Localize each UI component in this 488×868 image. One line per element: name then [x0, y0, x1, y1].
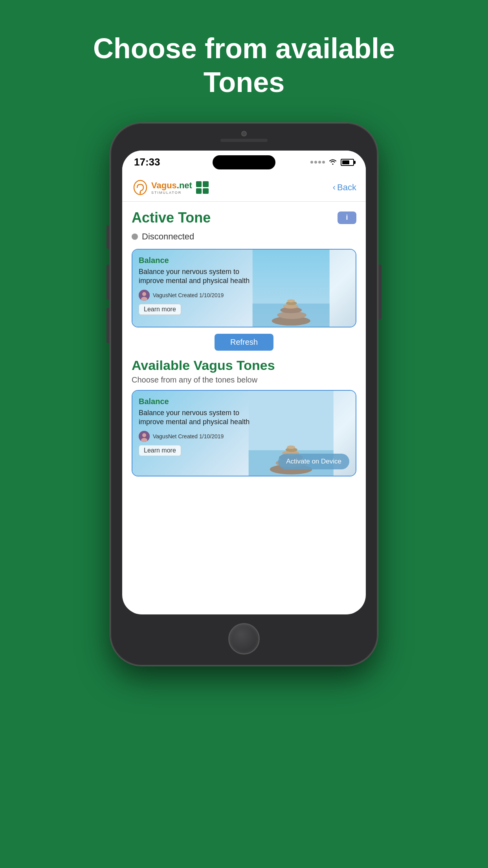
power-button: [378, 265, 382, 320]
info-icon: i: [346, 213, 348, 222]
logo-grid-icon: [196, 181, 209, 194]
card-label-2: Balance: [139, 397, 349, 406]
card-label: Balance: [139, 256, 349, 265]
card-description-2: Balance your nervous system to improve m…: [139, 408, 255, 427]
status-dot: [132, 234, 138, 240]
svg-point-22: [142, 433, 146, 437]
available-tones-title: Available Vagus Tones: [132, 358, 356, 373]
info-badge[interactable]: i: [338, 211, 356, 224]
author-avatar: [139, 290, 150, 301]
volume-down-button: [106, 308, 110, 343]
home-button[interactable]: [228, 623, 260, 655]
battery-icon: [341, 159, 354, 166]
logo: Vagus.net STIMULATOR: [132, 179, 209, 196]
card-content: Balance Balance your nervous system to i…: [132, 250, 356, 327]
card-description: Balance your nervous system to improve m…: [139, 267, 255, 286]
status-text: Disconnected: [142, 232, 194, 242]
available-tones-subtitle: Choose from any of the tones below: [132, 375, 356, 384]
wifi-icon: [328, 157, 338, 167]
activate-button[interactable]: Activate on Device: [278, 454, 349, 469]
camera-area: [220, 131, 268, 142]
refresh-button[interactable]: Refresh: [215, 334, 273, 351]
active-tone-title: Active Tone: [132, 210, 211, 226]
card-author: VagusNet Created 1/10/2019: [139, 290, 349, 301]
svg-point-11: [142, 292, 146, 296]
mute-button: [106, 225, 110, 249]
available-tone-card[interactable]: Balance Balance your nervous system to i…: [132, 390, 356, 476]
phone-shell: 17:33: [110, 123, 378, 666]
card-author-2: VagusNet Created 1/10/2019: [139, 431, 349, 442]
logo-stimulator: STIMULATOR: [151, 191, 192, 195]
status-time: 17:33: [134, 156, 160, 168]
connection-status: Disconnected: [132, 232, 356, 242]
back-button[interactable]: ‹ Back: [333, 182, 356, 193]
back-label: Back: [337, 182, 356, 193]
camera-dot: [241, 131, 247, 136]
author-name-2: VagusNet Created 1/10/2019: [153, 433, 224, 440]
logo-text: Vagus.net STIMULATOR: [151, 180, 192, 195]
ear-icon: [132, 179, 149, 196]
svg-point-1: [139, 192, 141, 194]
notch-pill: [213, 155, 275, 169]
page-title: Choose from available Tones: [87, 31, 401, 99]
volume-up-button: [106, 265, 110, 300]
logo-vagus: Vagus: [151, 180, 177, 190]
phone-screen: 17:33: [122, 151, 366, 614]
active-tone-header: Active Tone i: [132, 210, 356, 226]
speaker-slit: [220, 139, 268, 142]
nav-bar: Vagus.net STIMULATOR ‹ Back: [122, 174, 366, 202]
logo-net: .net: [177, 180, 192, 190]
back-chevron-icon: ‹: [333, 182, 336, 193]
status-bar: 17:33: [122, 151, 366, 174]
learn-more-button[interactable]: Learn more: [139, 304, 181, 315]
phone-device: 17:33: [110, 123, 378, 666]
app-content: Active Tone i Disconnected: [122, 202, 366, 484]
signal-icon: [310, 161, 325, 164]
author-name: VagusNet Created 1/10/2019: [153, 292, 224, 298]
status-icons: [310, 157, 354, 167]
active-tone-card[interactable]: Balance Balance your nervous system to i…: [132, 249, 356, 327]
learn-more-button-2[interactable]: Learn more: [139, 445, 181, 456]
author-avatar-2: [139, 431, 150, 442]
